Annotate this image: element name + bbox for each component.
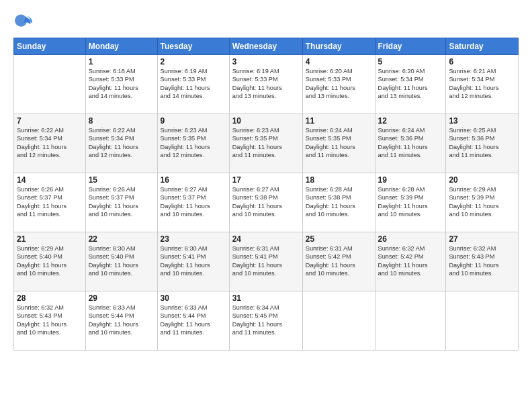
calendar-cell: 28Sunrise: 6:32 AMSunset: 5:43 PMDayligh… <box>14 291 86 351</box>
week-row-5: 28Sunrise: 6:32 AMSunset: 5:43 PMDayligh… <box>14 291 519 351</box>
day-info: Sunrise: 6:27 AMSunset: 5:37 PMDaylight:… <box>161 185 226 219</box>
day-number: 20 <box>449 175 515 185</box>
day-info: Sunrise: 6:21 AMSunset: 5:34 PMDaylight:… <box>449 67 515 101</box>
day-number: 28 <box>17 293 83 303</box>
day-info: Sunrise: 6:22 AMSunset: 5:34 PMDaylight:… <box>89 126 154 160</box>
calendar-cell: 21Sunrise: 6:29 AMSunset: 5:40 PMDayligh… <box>14 232 86 291</box>
day-number: 31 <box>232 293 300 303</box>
day-info: Sunrise: 6:26 AMSunset: 5:37 PMDaylight:… <box>17 185 83 219</box>
day-info: Sunrise: 6:19 AMSunset: 5:33 PMDaylight:… <box>232 67 300 101</box>
calendar-cell: 24Sunrise: 6:31 AMSunset: 5:41 PMDayligh… <box>229 232 302 291</box>
day-info: Sunrise: 6:22 AMSunset: 5:34 PMDaylight:… <box>17 126 83 160</box>
col-header-thursday: Thursday <box>302 38 375 55</box>
week-row-1: 1Sunrise: 6:18 AMSunset: 5:33 PMDaylight… <box>14 55 519 114</box>
calendar-cell: 8Sunrise: 6:22 AMSunset: 5:34 PMDaylight… <box>85 114 157 173</box>
day-number: 4 <box>306 57 372 66</box>
calendar-cell <box>14 55 86 114</box>
calendar-cell: 15Sunrise: 6:26 AMSunset: 5:37 PMDayligh… <box>85 173 157 232</box>
day-info: Sunrise: 6:24 AMSunset: 5:36 PMDaylight:… <box>378 126 443 160</box>
calendar-cell: 1Sunrise: 6:18 AMSunset: 5:33 PMDaylight… <box>85 55 157 114</box>
day-number: 27 <box>449 234 515 244</box>
day-info: Sunrise: 6:34 AMSunset: 5:45 PMDaylight:… <box>232 304 300 337</box>
day-number: 21 <box>17 234 83 244</box>
day-info: Sunrise: 6:18 AMSunset: 5:33 PMDaylight:… <box>89 67 154 101</box>
calendar-cell: 13Sunrise: 6:25 AMSunset: 5:36 PMDayligh… <box>446 114 519 173</box>
calendar-cell: 22Sunrise: 6:30 AMSunset: 5:40 PMDayligh… <box>85 232 157 291</box>
day-number: 11 <box>306 116 372 126</box>
day-number: 18 <box>306 175 372 185</box>
day-info: Sunrise: 6:27 AMSunset: 5:38 PMDaylight:… <box>232 185 300 219</box>
col-header-sunday: Sunday <box>14 38 86 55</box>
calendar-cell: 23Sunrise: 6:30 AMSunset: 5:41 PMDayligh… <box>157 232 229 291</box>
calendar-cell: 16Sunrise: 6:27 AMSunset: 5:37 PMDayligh… <box>157 173 229 232</box>
day-info: Sunrise: 6:32 AMSunset: 5:43 PMDaylight:… <box>449 244 515 278</box>
calendar-cell: 17Sunrise: 6:27 AMSunset: 5:38 PMDayligh… <box>229 173 302 232</box>
logo <box>13 12 34 31</box>
day-info: Sunrise: 6:25 AMSunset: 5:36 PMDaylight:… <box>449 126 515 160</box>
calendar-cell: 6Sunrise: 6:21 AMSunset: 5:34 PMDaylight… <box>446 55 519 114</box>
day-number: 9 <box>161 116 226 126</box>
day-number: 8 <box>89 116 154 126</box>
day-number: 16 <box>161 175 226 185</box>
calendar-cell: 3Sunrise: 6:19 AMSunset: 5:33 PMDaylight… <box>229 55 302 114</box>
day-number: 13 <box>449 116 515 126</box>
calendar-cell: 29Sunrise: 6:33 AMSunset: 5:44 PMDayligh… <box>85 291 157 351</box>
day-info: Sunrise: 6:30 AMSunset: 5:40 PMDaylight:… <box>89 244 154 278</box>
day-info: Sunrise: 6:33 AMSunset: 5:44 PMDaylight:… <box>161 304 226 337</box>
day-info: Sunrise: 6:32 AMSunset: 5:43 PMDaylight:… <box>17 304 83 337</box>
day-number: 25 <box>306 234 372 244</box>
day-number: 17 <box>232 175 300 185</box>
day-info: Sunrise: 6:28 AMSunset: 5:39 PMDaylight:… <box>378 185 443 219</box>
day-number: 24 <box>232 234 300 244</box>
day-number: 23 <box>161 234 226 244</box>
page: SundayMondayTuesdayWednesdayThursdayFrid… <box>0 0 532 411</box>
day-number: 7 <box>17 116 83 126</box>
day-number: 6 <box>449 57 515 66</box>
day-info: Sunrise: 6:26 AMSunset: 5:37 PMDaylight:… <box>89 185 154 219</box>
calendar-cell: 19Sunrise: 6:28 AMSunset: 5:39 PMDayligh… <box>375 173 446 232</box>
day-info: Sunrise: 6:32 AMSunset: 5:42 PMDaylight:… <box>378 244 443 278</box>
calendar-cell: 11Sunrise: 6:24 AMSunset: 5:35 PMDayligh… <box>302 114 375 173</box>
day-info: Sunrise: 6:23 AMSunset: 5:35 PMDaylight:… <box>232 126 300 160</box>
day-number: 12 <box>378 116 443 126</box>
calendar-cell: 9Sunrise: 6:23 AMSunset: 5:35 PMDaylight… <box>157 114 229 173</box>
day-info: Sunrise: 6:24 AMSunset: 5:35 PMDaylight:… <box>306 126 372 160</box>
calendar-cell: 20Sunrise: 6:29 AMSunset: 5:39 PMDayligh… <box>446 173 519 232</box>
day-number: 30 <box>161 293 226 303</box>
day-number: 19 <box>378 175 443 185</box>
calendar-cell <box>302 291 375 351</box>
calendar-cell: 25Sunrise: 6:31 AMSunset: 5:42 PMDayligh… <box>302 232 375 291</box>
day-info: Sunrise: 6:31 AMSunset: 5:42 PMDaylight:… <box>306 244 372 278</box>
day-number: 22 <box>89 234 154 244</box>
calendar-header-row: SundayMondayTuesdayWednesdayThursdayFrid… <box>14 38 519 55</box>
day-number: 2 <box>161 57 226 66</box>
day-number: 3 <box>232 57 300 66</box>
day-number: 15 <box>89 175 154 185</box>
calendar-cell: 10Sunrise: 6:23 AMSunset: 5:35 PMDayligh… <box>229 114 302 173</box>
calendar-cell: 4Sunrise: 6:20 AMSunset: 5:33 PMDaylight… <box>302 55 375 114</box>
col-header-monday: Monday <box>85 38 157 55</box>
calendar-cell: 2Sunrise: 6:19 AMSunset: 5:33 PMDaylight… <box>157 55 229 114</box>
logo-icon <box>13 12 32 31</box>
col-header-wednesday: Wednesday <box>229 38 302 55</box>
calendar-cell: 7Sunrise: 6:22 AMSunset: 5:34 PMDaylight… <box>14 114 86 173</box>
day-info: Sunrise: 6:20 AMSunset: 5:34 PMDaylight:… <box>378 67 443 101</box>
day-info: Sunrise: 6:20 AMSunset: 5:33 PMDaylight:… <box>306 67 372 101</box>
day-number: 26 <box>378 234 443 244</box>
calendar-cell: 31Sunrise: 6:34 AMSunset: 5:45 PMDayligh… <box>229 291 302 351</box>
col-header-tuesday: Tuesday <box>157 38 229 55</box>
calendar-cell: 14Sunrise: 6:26 AMSunset: 5:37 PMDayligh… <box>14 173 86 232</box>
calendar-cell: 5Sunrise: 6:20 AMSunset: 5:34 PMDaylight… <box>375 55 446 114</box>
calendar-cell: 12Sunrise: 6:24 AMSunset: 5:36 PMDayligh… <box>375 114 446 173</box>
col-header-saturday: Saturday <box>446 38 519 55</box>
week-row-4: 21Sunrise: 6:29 AMSunset: 5:40 PMDayligh… <box>14 232 519 291</box>
day-number: 29 <box>89 293 154 303</box>
day-info: Sunrise: 6:30 AMSunset: 5:41 PMDaylight:… <box>161 244 226 278</box>
header <box>13 12 519 31</box>
day-number: 5 <box>378 57 443 66</box>
col-header-friday: Friday <box>375 38 446 55</box>
week-row-3: 14Sunrise: 6:26 AMSunset: 5:37 PMDayligh… <box>14 173 519 232</box>
day-info: Sunrise: 6:29 AMSunset: 5:39 PMDaylight:… <box>449 185 515 219</box>
day-info: Sunrise: 6:29 AMSunset: 5:40 PMDaylight:… <box>17 244 83 278</box>
calendar-cell <box>446 291 519 351</box>
